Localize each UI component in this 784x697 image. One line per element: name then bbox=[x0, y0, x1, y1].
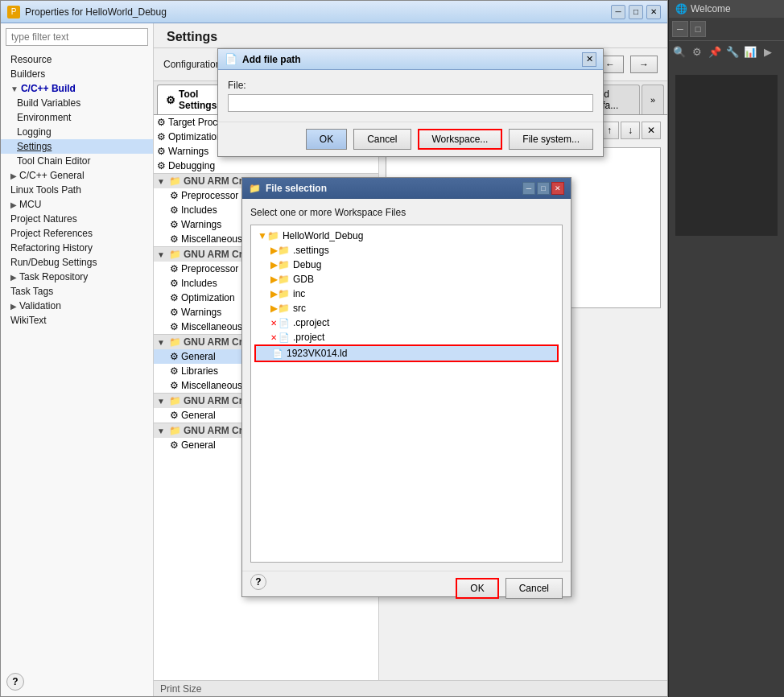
ft-src-label: src bbox=[293, 303, 306, 314]
eclipse-icon: 🌐 bbox=[675, 3, 687, 14]
sidebar-item-linux-tools[interactable]: Linux Tools Path bbox=[1, 183, 153, 197]
ep-gear-icon[interactable]: ⚙ bbox=[690, 44, 704, 59]
add-file-ok-button[interactable]: OK bbox=[306, 129, 347, 150]
linker-folder-icon: 📁 bbox=[169, 336, 181, 348]
tool-settings-icon: ⚙ bbox=[166, 94, 175, 106]
sidebar-item-run-debug[interactable]: Run/Debug Settings bbox=[1, 255, 153, 270]
sidebar-item-cc-build[interactable]: ▼ C/C++ Build bbox=[1, 81, 153, 96]
cc-warn-icon: ⚙ bbox=[170, 307, 179, 318]
sidebar-item-task-tags[interactable]: Task Tags bbox=[1, 284, 153, 299]
tab-more[interactable]: » bbox=[642, 85, 664, 114]
workspace-button[interactable]: Workspace... bbox=[418, 129, 503, 150]
ep-wrench-icon[interactable]: 🔧 bbox=[725, 44, 740, 59]
file-sel-close[interactable]: ✕ bbox=[551, 182, 564, 195]
ft-settings-label: .settings bbox=[293, 245, 329, 256]
sidebar-item-validation[interactable]: ▶ Validation bbox=[1, 299, 153, 313]
expand-arrow-cc: ▶ bbox=[10, 171, 17, 180]
cc-misc-icon: ⚙ bbox=[170, 321, 179, 332]
close-button[interactable]: ✕ bbox=[646, 5, 661, 19]
sidebar-item-logging[interactable]: Logging bbox=[1, 125, 153, 139]
window-controls: ─ □ ✕ bbox=[611, 5, 661, 19]
root-folder-icon: ▼📁 bbox=[258, 230, 279, 241]
expand-arrow: ▼ bbox=[10, 85, 19, 93]
asm-folder-icon: 📁 bbox=[169, 175, 181, 187]
linker-expand: ▼ bbox=[157, 338, 165, 347]
add-file-dialog: 📄 Add file path ✕ File: OK Cancel Worksp… bbox=[217, 48, 604, 157]
file-sel-cancel-button[interactable]: Cancel bbox=[505, 578, 563, 599]
ft-settings[interactable]: ▶📁 .settings bbox=[254, 243, 559, 258]
ep-play-icon[interactable]: ▶ bbox=[761, 44, 775, 59]
eclipse-content bbox=[669, 62, 784, 242]
sidebar-item-build-variables[interactable]: Build Variables bbox=[1, 96, 153, 110]
sidebar-item-project-natures[interactable]: Project Natures bbox=[1, 212, 153, 226]
maximize-button[interactable]: □ bbox=[629, 5, 643, 19]
sidebar-item-environment[interactable]: Environment bbox=[1, 110, 153, 125]
gdb-folder-icon: ▶📁 bbox=[270, 274, 290, 285]
sidebar-item-builders[interactable]: Builders bbox=[1, 67, 153, 81]
sidebar-item-tool-chain-editor[interactable]: Tool Chain Editor bbox=[1, 154, 153, 168]
file-sel-maximize[interactable]: □ bbox=[537, 182, 550, 195]
main-help-button[interactable]: ? bbox=[6, 673, 24, 691]
ft-src[interactable]: ▶📁 src bbox=[254, 301, 559, 316]
ft-cproject[interactable]: ✕📄 .cproject bbox=[254, 316, 559, 330]
add-file-cancel-button[interactable]: Cancel bbox=[353, 129, 411, 150]
sidebar-item-refactoring[interactable]: Refactoring History bbox=[1, 241, 153, 255]
file-sel-minimize[interactable]: ─ bbox=[522, 182, 535, 195]
tp-icon: ⚙ bbox=[157, 117, 166, 128]
add-file-dialog-buttons: OK Cancel Workspace... File system... bbox=[218, 122, 603, 156]
ft-gdb[interactable]: ▶📁 GDB bbox=[254, 272, 559, 287]
flash-gen-icon: ⚙ bbox=[170, 410, 179, 421]
file-sel-instruction: Select one or more Workspace Files bbox=[250, 207, 563, 218]
file-sel-body: Select one or more Workspace Files ▼📁 He… bbox=[242, 199, 571, 571]
minimize-button[interactable]: ─ bbox=[611, 5, 625, 19]
sidebar-item-task-repo[interactable]: ▶ Task Repository bbox=[1, 270, 153, 284]
ep-search-icon[interactable]: 🔍 bbox=[672, 44, 687, 59]
cc-folder-icon: 📁 bbox=[169, 249, 181, 260]
filter-input[interactable] bbox=[6, 28, 148, 46]
print-folder-icon: 📁 bbox=[169, 425, 181, 436]
cproject-file-icon: ✕📄 bbox=[270, 318, 290, 328]
eclipse-dark-area bbox=[675, 75, 778, 236]
ep-chart-icon[interactable]: 📊 bbox=[743, 44, 757, 59]
bottom-bar: Print Size bbox=[154, 680, 667, 696]
ft-ld-file[interactable]: 📄 1923VK014.ld bbox=[254, 344, 559, 362]
ep-minimize[interactable]: ─ bbox=[672, 21, 688, 37]
print-gen-icon: ⚙ bbox=[170, 439, 179, 451]
sidebar-item-mcu[interactable]: ▶ MCU bbox=[1, 197, 153, 212]
file-sel-dialog-title: File selection bbox=[266, 183, 518, 194]
delete-script-button[interactable]: ✕ bbox=[642, 122, 661, 139]
src-folder-icon: ▶📁 bbox=[270, 303, 290, 314]
ft-debug[interactable]: ▶📁 Debug bbox=[254, 258, 559, 272]
asm-inc-icon: ⚙ bbox=[170, 204, 179, 216]
sidebar-item-settings[interactable]: Settings bbox=[1, 139, 153, 154]
sidebar-item-resource[interactable]: Resource bbox=[1, 52, 153, 67]
sidebar-item-cc-general[interactable]: ▶ C/C++ General bbox=[1, 168, 153, 183]
ft-inc[interactable]: ▶📁 inc bbox=[254, 287, 559, 301]
project-file-icon: ✕📄 bbox=[270, 332, 290, 343]
ft-project[interactable]: ✕📄 .project bbox=[254, 330, 559, 344]
ep-pin-icon[interactable]: 📌 bbox=[708, 44, 722, 59]
file-sel-help-button[interactable]: ? bbox=[250, 574, 266, 590]
file-tree: ▼📁 HelloWorld_Debug ▶📁 .settings ▶📁 Debu… bbox=[250, 225, 563, 563]
asm-misc-icon: ⚙ bbox=[170, 233, 179, 245]
add-file-dialog-title: Add file path bbox=[242, 54, 577, 65]
file-sel-buttons: OK Cancel bbox=[242, 571, 571, 605]
ep-maximize[interactable]: □ bbox=[690, 21, 706, 37]
move-down-script-button[interactable]: ↓ bbox=[621, 122, 640, 139]
sidebar-tree: Resource Builders ▼ C/C++ Build Build Va… bbox=[1, 51, 153, 696]
nav-fwd-button[interactable]: → bbox=[630, 56, 658, 73]
config-label: Configuration: bbox=[163, 59, 224, 70]
filesystem-button[interactable]: File system... bbox=[509, 129, 593, 150]
add-file-dialog-close[interactable]: ✕ bbox=[582, 52, 596, 67]
ft-root[interactable]: ▼📁 HelloWorld_Debug bbox=[254, 229, 559, 243]
ft-cproject-label: .cproject bbox=[293, 317, 329, 328]
file-sel-ok-button[interactable]: OK bbox=[456, 578, 498, 599]
eclipse-panel-title: Welcome bbox=[691, 3, 731, 14]
sidebar-item-wikitext[interactable]: WikiText bbox=[1, 313, 153, 328]
file-path-input[interactable] bbox=[228, 94, 593, 112]
eclipse-toolbar: ─ □ bbox=[669, 18, 784, 41]
linker-misc-icon: ⚙ bbox=[170, 380, 179, 391]
linker-gen-icon: ⚙ bbox=[170, 351, 179, 362]
tree-debugging[interactable]: ⚙ Debugging bbox=[154, 159, 378, 173]
sidebar-item-project-references[interactable]: Project References bbox=[1, 226, 153, 241]
